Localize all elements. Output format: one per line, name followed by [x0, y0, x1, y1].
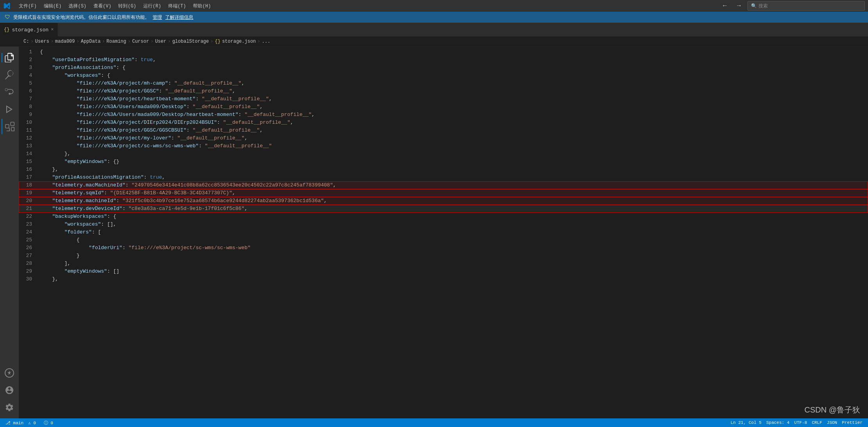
tab-close-button[interactable]: × [51, 27, 54, 33]
line-number: 5 [19, 80, 38, 87]
line-content: "telemetry.devDeviceId": "c8e3a63a-ca71-… [38, 205, 868, 213]
status-errors[interactable]: ⚠ 0 ⓘ 0 [26, 420, 56, 426]
status-position[interactable]: Ln 21, Col 5 [728, 420, 764, 425]
breadcrumb-mada009[interactable]: mada009 [55, 39, 75, 44]
code-line-8: 8 "file:///c%3A/Users/mada009/Desktop": … [19, 103, 868, 111]
line-content: "folderUri": "file:///e%3A/project/sc-wm… [38, 244, 868, 252]
line-number: 30 [19, 275, 38, 283]
code-line-4: 4 "workspaces": { [19, 72, 868, 80]
breadcrumb-users[interactable]: Users [35, 39, 49, 44]
status-language[interactable]: JSON [825, 420, 839, 425]
activity-settings[interactable] [2, 400, 17, 415]
line-number: 4 [19, 72, 38, 80]
line-number: 1 [19, 48, 38, 56]
menu-edit[interactable]: 编辑(E) [41, 2, 65, 10]
menu-bar: 文件(F) 编辑(E) 选择(S) 查看(V) 转到(G) 运行(R) 终端(T… [16, 2, 214, 10]
line-content: { [38, 48, 868, 56]
code-line-11: 11 "file:///e%3A/project/GGSC/GGSCBSUI":… [19, 127, 868, 134]
status-bar: ⎇ main ⚠ 0 ⓘ 0 Ln 21, Col 5 Spaces: 4 UT… [0, 418, 868, 427]
line-number: 26 [19, 244, 38, 252]
tab-filename: storage.json [12, 27, 49, 33]
activity-extensions[interactable] [2, 119, 17, 134]
code-line-26: 26 "folderUri": "file:///e%3A/project/sc… [19, 244, 868, 252]
line-number: 6 [19, 87, 38, 95]
activity-search[interactable] [2, 67, 17, 83]
search-icon: 🔍 [751, 3, 757, 9]
line-content: "file:///c%3A/Users/mada009/Desktop": "_… [38, 103, 868, 111]
line-content: "file:///c%3A/Users/mada009/Desktop/hear… [38, 111, 868, 119]
menu-goto[interactable]: 转到(G) [115, 2, 139, 10]
status-spaces[interactable]: Spaces: 4 [764, 420, 792, 425]
breadcrumb-cursor[interactable]: Cursor [132, 39, 149, 44]
menu-terminal[interactable]: 终端(T) [165, 2, 189, 10]
menu-run[interactable]: 运行(R) [140, 2, 164, 10]
line-number: 8 [19, 103, 38, 111]
breadcrumb-globalstorage[interactable]: globalStorage [172, 39, 209, 44]
breadcrumb-appdata[interactable]: AppData [81, 39, 100, 44]
line-number: 18 [19, 181, 38, 189]
activity-run[interactable] [2, 101, 17, 117]
breadcrumb-storagejson[interactable]: storage.json [222, 39, 256, 44]
status-branch[interactable]: ⎇ main [3, 420, 26, 425]
activity-explorer[interactable] [2, 50, 17, 65]
code-line-21: 21 "telemetry.devDeviceId": "c8e3a63a-ca… [19, 205, 868, 213]
storage-json-tab[interactable]: {} storage.json × [0, 23, 58, 36]
search-icon [5, 70, 14, 80]
line-number: 25 [19, 236, 38, 244]
line-content: "backupWorkspaces": { [38, 213, 868, 221]
status-formatter[interactable]: Prettier [839, 420, 865, 425]
vscode-logo-icon [3, 2, 11, 10]
code-editor[interactable]: 1{2 "userDataProfilesMigration": true,3 … [19, 47, 868, 418]
forward-button[interactable]: → [733, 2, 744, 10]
code-line-29: 29 "emptyWindows": [] [19, 268, 868, 275]
line-number: 2 [19, 56, 38, 64]
activity-remote[interactable] [2, 365, 17, 381]
warning-bar: 🛡 受限模式旨在实现安全地浏览代码。信任此窗口以启用所有功能。 管理 了解详细信… [0, 12, 868, 23]
code-line-22: 22 "backupWorkspaces": { [19, 213, 868, 221]
json-file-icon: {} [4, 27, 9, 33]
line-number: 23 [19, 221, 38, 228]
menu-view[interactable]: 查看(V) [90, 2, 115, 10]
line-number: 16 [19, 166, 38, 174]
breadcrumb-user[interactable]: User [155, 39, 166, 44]
gear-icon [5, 403, 14, 412]
line-number: 20 [19, 197, 38, 205]
title-bar: 文件(F) 编辑(E) 选择(S) 查看(V) 转到(G) 运行(R) 终端(T… [0, 0, 868, 12]
manage-link[interactable]: 管理 [153, 14, 162, 21]
code-line-23: 23 "workspaces": [], [19, 221, 868, 228]
code-line-5: 5 "file:///e%3A/project/mh-camp": "__def… [19, 80, 868, 87]
line-content: "file:///e%3A/project/DIErp2024/DIErp202… [38, 119, 868, 127]
tab-bar: {} storage.json × [0, 23, 868, 36]
line-number: 22 [19, 213, 38, 221]
breadcrumb-roaming[interactable]: Roaming [106, 39, 126, 44]
menu-file[interactable]: 文件(F) [16, 2, 40, 10]
line-content: "telemetry.sqmId": "{D1E425BF-B81B-4A29-… [38, 189, 868, 197]
global-search-box[interactable]: 🔍 搜索 [747, 1, 865, 11]
code-line-10: 10 "file:///e%3A/project/DIErp2024/DIErp… [19, 119, 868, 127]
line-content: "telemetry.machineId": "321f5c0b3c4b97ce… [38, 197, 868, 205]
breadcrumb-ellipsis[interactable]: ... [262, 39, 270, 44]
line-number: 24 [19, 228, 38, 236]
activity-account[interactable] [2, 382, 17, 398]
line-number: 12 [19, 134, 38, 142]
breadcrumb-c[interactable]: C: [23, 39, 29, 44]
status-eol[interactable]: CRLF [809, 420, 824, 425]
line-number: 10 [19, 119, 38, 127]
title-bar-right: ← → 🔍 搜索 [719, 1, 865, 11]
warning-text: 受限模式旨在实现安全地浏览代码。信任此窗口以启用所有功能。 [13, 14, 149, 21]
back-button[interactable]: ← [719, 2, 730, 10]
line-number: 17 [19, 174, 38, 181]
code-line-14: 14 }, [19, 150, 868, 158]
status-encoding[interactable]: UTF-8 [792, 420, 809, 425]
menu-select[interactable]: 选择(S) [65, 2, 90, 10]
code-line-12: 12 "file:///e%3A/project/my-lover": "__d… [19, 134, 868, 142]
learn-more-link[interactable]: 了解详细信息 [165, 14, 193, 21]
menu-help[interactable]: 帮助(H) [190, 2, 214, 10]
line-content: }, [38, 166, 868, 174]
code-line-6: 6 "file:///e%3A/project/GGSC": "__defaul… [19, 87, 868, 95]
line-content: "file:///e%3A/project/heartbeat-moment":… [38, 95, 868, 103]
code-line-3: 3 "profileAssociations": { [19, 64, 868, 72]
activity-scm[interactable] [2, 84, 17, 100]
line-content: "emptyWindows": {} [38, 158, 868, 166]
source-control-icon [5, 87, 14, 97]
